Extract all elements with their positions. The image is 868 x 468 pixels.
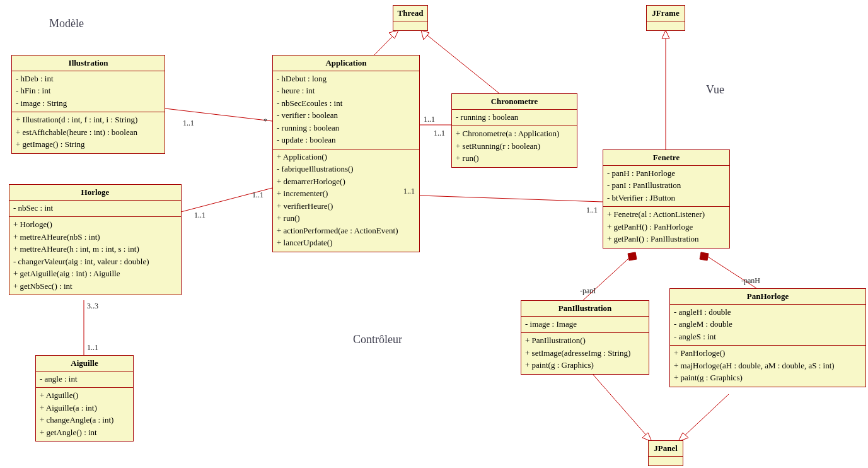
- class-attrs: - running : boolean: [452, 110, 577, 127]
- class-attrs: - image : Image: [521, 317, 649, 334]
- op-row: - changerValeur(aig : int, valeur : doub…: [13, 255, 177, 268]
- op-row: + mettreAHeure(nbS : int): [13, 231, 177, 243]
- class-title: Illustration: [12, 56, 165, 71]
- class-horloge: Horloge - nbSec : int + Horloge() + mett…: [9, 184, 182, 295]
- class-application: Application - hDebut : long - heure : in…: [272, 55, 420, 252]
- class-title: Application: [273, 56, 419, 71]
- attr-row: - hDeb : int: [16, 73, 161, 85]
- class-title: Horloge: [9, 185, 181, 201]
- attr-row: - btVerifier : JButton: [607, 192, 726, 204]
- multiplicity-label: 1..1: [424, 115, 435, 124]
- attr-row: - heure : int: [277, 85, 415, 97]
- class-aiguille: Aiguille - angle : int + Aiguille() + Ai…: [35, 355, 134, 442]
- svg-marker-18: [700, 252, 709, 260]
- op-row: + run(): [456, 152, 573, 165]
- op-row: + estAffichable(heure : int) : boolean: [16, 126, 161, 139]
- op-row: + paint(g : Graphics): [525, 359, 645, 371]
- svg-line-10: [165, 108, 272, 121]
- class-attrs: - panH : PanHorloge - panI : PanIllustra…: [603, 166, 729, 208]
- class-title: Chronometre: [452, 94, 577, 110]
- attr-row: - nbSec : int: [13, 202, 177, 214]
- svg-marker-5: [662, 30, 669, 38]
- attr-row: - angle : int: [40, 373, 129, 385]
- attr-row: - running : boolean: [456, 111, 573, 124]
- multiplicity-label: 1..1: [434, 129, 445, 138]
- op-row: + lancerUpdate(): [277, 237, 415, 249]
- op-row: + getAiguille(aig : int) : Aiguille: [13, 267, 177, 280]
- op-row: + setImage(adresseImg : String): [525, 347, 645, 360]
- multiplicity-label: 1..1: [403, 187, 415, 196]
- class-ops: + PanIllustration() + setImage(adresseIm…: [521, 333, 649, 374]
- op-row: + PanHorloge(): [674, 347, 862, 360]
- class-ops: + Illustration(d : int, f : int, i : Str…: [12, 112, 165, 153]
- class-title: Aiguille: [36, 356, 133, 371]
- attrs-empty: [393, 21, 427, 30]
- class-attrs: - hDebut : long - heure : int - nbSecEco…: [273, 71, 419, 149]
- op-row: + changeAngle(a : int): [40, 414, 129, 426]
- class-title: JPanel: [649, 441, 683, 457]
- op-row: + PanIllustration(): [525, 334, 645, 347]
- svg-line-6: [593, 374, 652, 442]
- svg-line-13: [420, 196, 603, 202]
- op-row: - fabriqueIllustrations(): [277, 163, 415, 175]
- op-row: + getPanI() : PanIllustration: [607, 233, 726, 245]
- op-row: + getImage() : String: [16, 138, 161, 151]
- multiplicity-label: 1..1: [586, 206, 598, 215]
- uml-class-diagram: Modèle Vue Contrôleur Thread JFrame JPan…: [0, 0, 868, 468]
- multiplicity-label: 1..1: [183, 119, 194, 128]
- class-fenetre: Fenetre - panH : PanHorloge - panI : Pan…: [603, 149, 730, 249]
- class-ops: + PanHorloge() + majHorloge(aH : double,…: [670, 346, 865, 387]
- svg-marker-16: [628, 252, 637, 260]
- multiplicity-label: 1..1: [194, 211, 205, 220]
- class-illustration: Illustration - hDeb : int - hFin : int -…: [11, 55, 165, 154]
- op-row: + setRunning(r : boolean): [456, 140, 573, 153]
- attr-row: - panI : PanIllustration: [607, 179, 726, 192]
- class-ops: + Application() - fabriqueIllustrations(…: [273, 149, 419, 252]
- class-title: JFrame: [647, 6, 685, 21]
- class-title: Thread: [393, 6, 427, 21]
- op-row: + getAngle() : int: [40, 426, 129, 439]
- attr-row: - update : boolean: [277, 134, 415, 146]
- svg-line-2: [421, 30, 499, 93]
- class-chronometre: Chronometre - running : boolean + Chrono…: [451, 93, 577, 168]
- class-attrs: - angleH : double - angleM : double - an…: [670, 305, 865, 346]
- class-jpanel: JPanel: [648, 440, 683, 466]
- op-row: + paint(g : Graphics): [674, 371, 862, 384]
- multiplicity-label: *: [263, 117, 267, 126]
- op-row: + getPanH() : PanHorloge: [607, 221, 726, 233]
- attr-row: - angleH : double: [674, 306, 862, 319]
- class-jframe: JFrame: [646, 5, 685, 31]
- class-title: PanIllustration: [521, 301, 649, 317]
- attr-row: - hFin : int: [16, 85, 161, 97]
- class-attrs: - nbSec : int: [9, 201, 181, 218]
- class-thread: Thread: [393, 5, 428, 31]
- section-label-modele: Modèle: [49, 17, 84, 30]
- attr-row: - angleS : int: [674, 331, 862, 343]
- attr-row: - hDebut : long: [277, 73, 415, 85]
- class-title: Fenetre: [603, 150, 729, 166]
- op-row: + getNbSec() : int: [13, 280, 177, 293]
- class-ops: + Horloge() + mettreAHeure(nbS : int) + …: [9, 217, 181, 295]
- attrs-empty: [647, 21, 685, 30]
- op-row: + verifierHeure(): [277, 200, 415, 213]
- multiplicity-label: 3..3: [87, 301, 98, 311]
- multiplicity-label: 1..1: [87, 343, 98, 353]
- section-label-controleur: Contrôleur: [353, 333, 402, 346]
- op-row: + Illustration(d : int, f : int, i : Str…: [16, 114, 161, 126]
- class-ops: + Aiguille() + Aiguille(a : int) + chang…: [36, 388, 133, 441]
- svg-marker-3: [421, 30, 429, 40]
- role-label-pani: -panI: [580, 286, 596, 296]
- attr-row: - panH : PanHorloge: [607, 167, 726, 180]
- op-row: + demarrerHorloge(): [277, 175, 415, 188]
- op-row: + mettreAHeure(h : int, m : int, s : int…: [13, 243, 177, 255]
- class-attrs: - angle : int: [36, 371, 133, 389]
- class-attrs: - hDeb : int - hFin : int - image : Stri…: [12, 71, 165, 113]
- op-row: + Aiguille(): [40, 389, 129, 402]
- attr-row: - image : Image: [525, 318, 645, 331]
- class-title: PanHorloge: [670, 289, 865, 305]
- attr-row: - angleM : double: [674, 318, 862, 331]
- op-row: + Aiguille(a : int): [40, 402, 129, 414]
- op-row: + Fenetre(al : ActionListener): [607, 208, 726, 221]
- class-panillustration: PanIllustration - image : Image + PanIll…: [521, 300, 649, 375]
- op-row: + actionPerformed(ae : ActionEvent): [277, 225, 415, 237]
